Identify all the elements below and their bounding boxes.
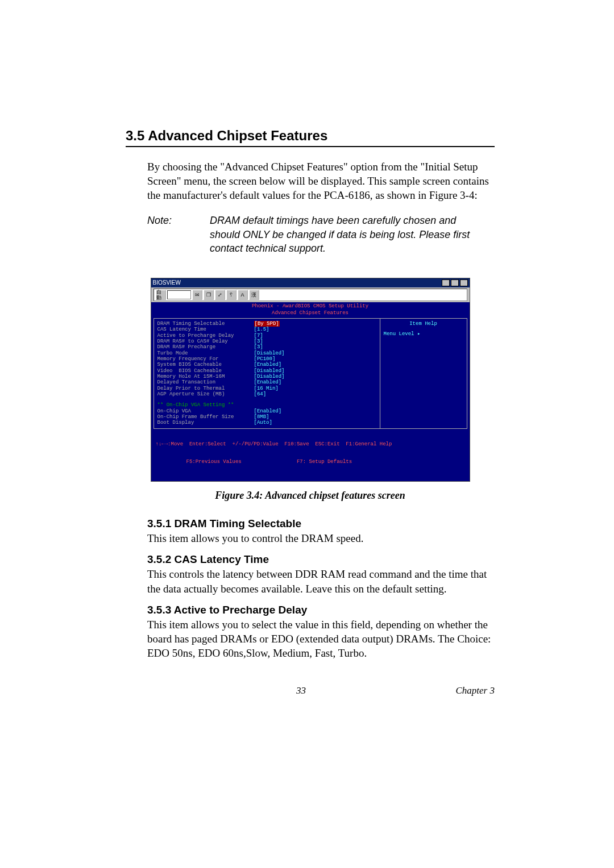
toolbar: 自動 ✉ ❐ ⤢ ␦ A 漢 bbox=[154, 289, 467, 301]
bios-help-item: Menu Level ▸ bbox=[384, 331, 463, 337]
bios-row-label: Memory Hole At 15M-16M bbox=[157, 374, 254, 379]
bios-right-panel: Item Help Menu Level ▸ bbox=[380, 318, 467, 429]
note-block: Note: DRAM default timings have been car… bbox=[126, 214, 495, 255]
toolbar-icon: ❐ bbox=[204, 290, 214, 300]
toolbar-icon: ✉ bbox=[192, 290, 202, 300]
bios-help-heading: Item Help bbox=[384, 321, 463, 327]
bios-footer-line2: F5:Previous Values F7: Setup Defaults bbox=[156, 459, 465, 465]
bios-row-label: Memory Frequency For bbox=[157, 356, 254, 362]
note-body: DRAM default timings have been carefully… bbox=[210, 214, 495, 255]
toolbar-auto-label: 自動 bbox=[156, 290, 166, 300]
bios-row-label: DRAM RAS# to CAS# Delay bbox=[157, 339, 254, 344]
subsection-text: This controls the latency between DDR RA… bbox=[126, 567, 495, 595]
bios-row-value: [Disabled] bbox=[254, 374, 285, 379]
window-title: BIOSVIEW bbox=[153, 279, 181, 286]
subsection-text: This item allows you to control the DRAM… bbox=[126, 531, 495, 545]
bios-row-value: [Disabled] bbox=[254, 368, 285, 374]
bios-row-label: System BIOS Cacheable bbox=[157, 362, 254, 368]
bios-row-value: [16 Min] bbox=[254, 386, 279, 391]
subsection-heading: 3.5.3 Active to Precharge Delay bbox=[126, 604, 495, 616]
bios-row-label: Active to Precharge Delay bbox=[157, 333, 254, 339]
bios-footer-line1: ↑↓←→:Move Enter:Select +/-/PU/PD:Value F… bbox=[156, 441, 465, 447]
bios-row-value: [By SPD] bbox=[254, 321, 280, 327]
minimize-icon bbox=[442, 279, 450, 286]
bios-row-value: [64] bbox=[254, 391, 267, 397]
bios-headline-2: Advanced Chipset Features bbox=[151, 309, 470, 316]
bios-row-label: On-Chip VGA bbox=[157, 408, 254, 414]
bios-row-value: [7] bbox=[254, 333, 263, 339]
maximize-icon bbox=[451, 279, 459, 286]
toolbar-icon: ⤢ bbox=[215, 290, 225, 300]
bios-left-panel: DRAM Timing Selectable[By SPD] CAS Laten… bbox=[154, 318, 380, 429]
close-icon bbox=[460, 279, 468, 286]
bios-row-label: DRAM RAS# Precharge bbox=[157, 344, 254, 350]
toolbar-wrap: 自動 ✉ ❐ ⤢ ␦ A 漢 bbox=[151, 287, 470, 302]
bios-row-label: CAS Latency Time bbox=[157, 327, 254, 332]
window-titlebar: BIOSVIEW bbox=[151, 278, 470, 287]
toolbar-icon: ␦ bbox=[226, 290, 237, 300]
chapter-label: Chapter 3 bbox=[456, 685, 495, 696]
toolbar-icon: A bbox=[238, 290, 248, 300]
bios-row-value: [Enabled] bbox=[254, 362, 282, 368]
heading-rule bbox=[126, 146, 495, 147]
bios-row-value: [PC100] bbox=[254, 356, 276, 362]
bios-row-label: Boot Display bbox=[157, 420, 254, 425]
bios-row-value: [8MB] bbox=[254, 414, 269, 420]
bios-section-header: ** On-Chip VGA Setting ** bbox=[157, 402, 234, 408]
bios-row-value: [3] bbox=[254, 344, 263, 350]
bios-row-label: Video BIOS Cacheable bbox=[157, 368, 254, 374]
page-number: 33 bbox=[296, 685, 306, 696]
bios-row-value: [Auto] bbox=[254, 420, 272, 425]
bios-row-value: [Enabled] bbox=[254, 379, 282, 385]
bios-row-label: Turbo Mode bbox=[157, 350, 254, 356]
bios-row-label: Delay Prior to Thermal bbox=[157, 386, 254, 391]
toolbar-dropdown bbox=[167, 290, 191, 299]
toolbar-icon: 漢 bbox=[249, 290, 259, 300]
section-heading: 3.5 Advanced Chipset Features bbox=[126, 128, 495, 144]
bios-headline-1: Phoenix - AwardBIOS CMOS Setup Utility bbox=[151, 302, 470, 309]
bios-row-value: [Enabled] bbox=[254, 408, 282, 414]
intro-paragraph: By choosing the "Advanced Chipset Featur… bbox=[126, 160, 495, 202]
subsection-heading: 3.5.1 DRAM Timing Selectable bbox=[126, 518, 495, 530]
bios-footer: ↑↓←→:Move Enter:Select +/-/PU/PD:Value F… bbox=[151, 429, 470, 482]
bios-row-value: [3] bbox=[254, 339, 263, 344]
bios-row-label: DRAM Timing Selectable bbox=[157, 321, 254, 327]
figure-caption: Figure 3.4: Advanced chipset features sc… bbox=[126, 490, 495, 502]
subsection-text: This item allows you to select the value… bbox=[126, 617, 495, 660]
bios-row-label: Delayed Transaction bbox=[157, 379, 254, 385]
bios-row-label: On-Chip Frame Buffer Size bbox=[157, 414, 254, 420]
figure-container: BIOSVIEW 自動 ✉ ❐ ⤢ ␦ A 漢 Phoenix - Awar bbox=[126, 278, 495, 482]
bios-row-value: [1.5] bbox=[254, 327, 269, 332]
bios-row-label: AGP Aperture Size (MB) bbox=[157, 391, 254, 397]
bios-row-value: [Disabled] bbox=[254, 350, 285, 356]
bios-screenshot: BIOSVIEW 自動 ✉ ❐ ⤢ ␦ A 漢 Phoenix - Awar bbox=[151, 278, 470, 482]
page-footer: 33 Chapter 3 bbox=[126, 668, 495, 696]
note-label: Note: bbox=[147, 214, 210, 255]
subsection-heading: 3.5.2 CAS Latency Time bbox=[126, 553, 495, 566]
